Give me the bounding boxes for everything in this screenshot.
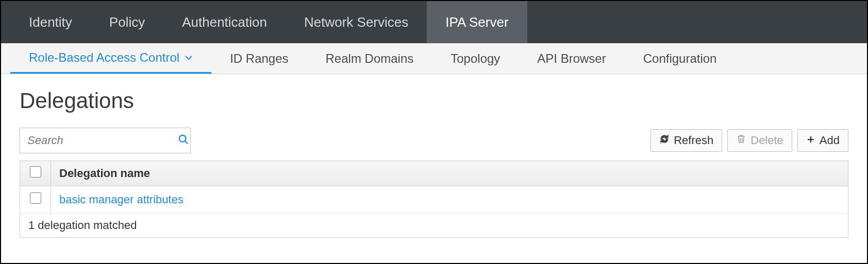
toolbar: Refresh Delete Add	[20, 128, 848, 153]
button-label: Delete	[750, 134, 783, 147]
action-buttons: Refresh Delete Add	[650, 129, 848, 152]
nav-label: Policy	[109, 14, 145, 30]
search-icon	[178, 134, 189, 147]
table-summary: 1 delegation matched	[20, 214, 848, 238]
select-all-cell	[20, 161, 51, 186]
search-input[interactable]	[20, 134, 177, 147]
svg-point-0	[179, 135, 186, 142]
subnav-label: Topology	[450, 51, 500, 66]
content-area: Delegations Refresh Delete	[1, 74, 867, 238]
subnav-label: API Browser	[537, 51, 606, 66]
refresh-icon	[659, 134, 670, 147]
plus-icon	[806, 134, 815, 147]
row-checkbox[interactable]	[30, 192, 41, 204]
button-label: Add	[820, 134, 840, 147]
button-label: Refresh	[674, 134, 713, 147]
table-header-row: Delegation name	[20, 161, 848, 186]
top-nav: Identity Policy Authentication Network S…	[1, 1, 867, 43]
page-title: Delegations	[20, 89, 848, 113]
subnav-item-rbac[interactable]: Role-Based Access Control	[10, 43, 211, 74]
subnav-item-configuration[interactable]: Configuration	[625, 43, 736, 74]
table-row: basic manager attributes	[20, 186, 848, 214]
delegations-table: Delegation name basic manager attributes…	[20, 161, 848, 238]
subnav-item-topology[interactable]: Topology	[432, 43, 519, 74]
topnav-item-network-services[interactable]: Network Services	[286, 1, 427, 43]
subnav-label: Realm Domains	[326, 51, 414, 66]
nav-label: IPA Server	[445, 14, 508, 30]
add-button[interactable]: Add	[797, 129, 848, 152]
row-name-cell: basic manager attributes	[51, 186, 848, 214]
subnav-label: Configuration	[643, 51, 717, 66]
row-select-cell	[20, 186, 51, 214]
delete-button[interactable]: Delete	[727, 129, 792, 152]
subnav-item-realm-domains[interactable]: Realm Domains	[307, 43, 432, 74]
sub-nav: Role-Based Access Control ID Ranges Real…	[1, 43, 867, 74]
table-footer-row: 1 delegation matched	[20, 214, 848, 238]
topnav-item-policy[interactable]: Policy	[91, 1, 163, 43]
subnav-item-id-ranges[interactable]: ID Ranges	[211, 43, 307, 74]
topnav-item-identity[interactable]: Identity	[10, 1, 91, 43]
chevron-down-icon	[185, 54, 193, 62]
search-box	[20, 128, 191, 153]
subnav-label: ID Ranges	[230, 51, 288, 66]
refresh-button[interactable]: Refresh	[650, 129, 722, 152]
nav-label: Network Services	[304, 14, 408, 30]
column-header-delegation-name[interactable]: Delegation name	[51, 161, 848, 186]
subnav-label: Role-Based Access Control	[29, 50, 179, 65]
subnav-item-api-browser[interactable]: API Browser	[519, 43, 624, 74]
nav-label: Identity	[29, 14, 72, 30]
select-all-checkbox[interactable]	[30, 166, 41, 178]
topnav-item-ipa-server[interactable]: IPA Server	[427, 1, 527, 43]
delegation-link[interactable]: basic manager attributes	[59, 193, 183, 206]
topnav-item-authentication[interactable]: Authentication	[163, 1, 286, 43]
trash-icon	[736, 134, 746, 147]
nav-label: Authentication	[182, 14, 267, 30]
svg-line-1	[185, 141, 188, 144]
search-button[interactable]	[177, 134, 190, 147]
